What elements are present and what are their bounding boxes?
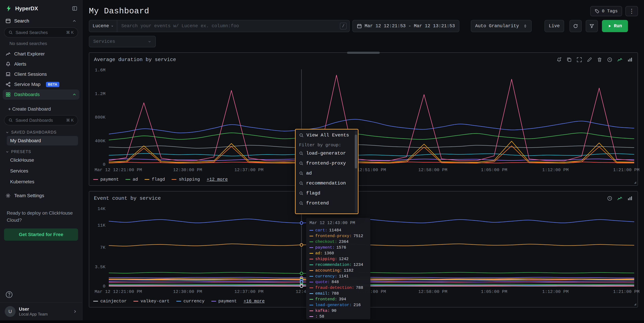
popup-group-item-frontend-proxy[interactable]: frontend-proxy [296, 158, 358, 168]
granularity-select[interactable]: Auto Granularity [471, 20, 532, 32]
tooltip-row-kafka: kafka:90 [310, 308, 367, 314]
sidebar-item-search[interactable]: Search [3, 16, 80, 26]
bottom-strip [0, 320, 644, 323]
popup-group-item-load-generator[interactable]: load-generator [296, 148, 358, 158]
legend-item-cainjector[interactable]: cainjector [93, 299, 127, 304]
edit-pencil-icon[interactable] [586, 57, 592, 63]
x-axis-label: 12:58:00 PM [418, 167, 447, 172]
legend-label: payment [218, 299, 237, 304]
sidebar-item-team-settings[interactable]: Team Settings [3, 191, 80, 201]
query-language-select[interactable]: Lucene [89, 20, 117, 32]
user-menu[interactable]: U User Local App Team [0, 302, 82, 320]
chevron-up-icon[interactable] [72, 19, 77, 23]
legend-item-currency[interactable]: currency [176, 299, 204, 304]
tags-button[interactable]: 0 Tags [590, 6, 622, 16]
legend-item-flagd[interactable]: flagd [144, 177, 165, 182]
popup-group-item-ad[interactable]: ad [296, 168, 358, 178]
tooltip-row-payment: payment:1576 [310, 245, 367, 250]
bar-chart-view-icon[interactable] [627, 57, 633, 63]
sidebar-item-service-map[interactable]: Service Map BETA [3, 79, 80, 90]
chevron-up-icon[interactable] [72, 92, 77, 97]
event-search-input[interactable]: Search your events w/ Lucene ex. column:… [117, 20, 350, 32]
help-button[interactable] [5, 290, 14, 299]
refresh-button[interactable] [570, 20, 582, 32]
preset-kubernetes[interactable]: Kubernetes [7, 177, 78, 187]
chevron-down-icon [6, 150, 9, 154]
refresh-icon [573, 24, 578, 29]
date-range-picker[interactable]: Mar 12 12:21:53 - Mar 12 13:21:53 [352, 20, 459, 32]
y-axis-label: 14K [98, 206, 106, 211]
run-button[interactable]: Run [602, 20, 628, 32]
avatar: U [5, 306, 16, 317]
tooltip-row-recommendation: recommendation:1234 [310, 262, 367, 268]
popup-group-item-recommendation[interactable]: recommendation [296, 178, 358, 188]
saved-searches-placeholder: Saved Searches [16, 30, 48, 35]
legend-item-payment[interactable]: payment [211, 299, 237, 304]
legend-swatch [172, 179, 176, 180]
sidebar-item-client-sessions[interactable]: Client Sessions [3, 69, 80, 79]
user-team: Local App Team [19, 312, 48, 316]
saved-dashboards-input[interactable]: Saved Dashboards ⌘ K [4, 115, 78, 125]
tooltip-series-name: fraud-detection: [315, 285, 354, 291]
legend-item-ad[interactable]: ad [126, 177, 138, 182]
popup-group-label: flagd [306, 191, 320, 196]
legend-label: shipping [179, 177, 200, 182]
delete-trash-icon[interactable] [597, 57, 602, 63]
filter-button[interactable] [586, 20, 598, 32]
history-clock-icon[interactable] [607, 195, 612, 201]
sidebar-collapse-icon[interactable] [72, 6, 77, 11]
chart-plot-area[interactable] [109, 69, 634, 166]
chart-plot-area[interactable] [109, 208, 634, 288]
preset-services[interactable]: Services [7, 166, 78, 176]
preset-clickhouse[interactable]: ClickHouse [7, 155, 78, 165]
services-filter-select[interactable]: Services [89, 36, 156, 47]
y-axis-label: 1.6M [95, 68, 106, 73]
legend-label: cainjector [100, 299, 127, 304]
legend-item-shipping[interactable]: shipping [172, 177, 200, 182]
view-all-events-item[interactable]: View All Events [296, 130, 358, 140]
alert-bell-plus-icon[interactable] [556, 57, 562, 63]
panel-resize-handle[interactable]: ◢ [634, 302, 636, 306]
more-options-button[interactable]: ⋮ [626, 6, 638, 16]
tooltip-series-value: 58 [319, 314, 324, 319]
pan el-drag-handle[interactable] [347, 52, 380, 54]
panel-toolbar [556, 57, 633, 63]
saved-dashboards-section-header[interactable]: SAVED DASHBOARDS [6, 130, 77, 135]
tooltip-series-name: currency: [315, 273, 337, 279]
chart-canvas[interactable] [109, 208, 634, 288]
tooltip-row: :58 [310, 314, 367, 319]
history-clock-icon[interactable] [607, 57, 612, 63]
sidebar-item-label: Service Map [14, 82, 40, 87]
popup-group-item-flagd[interactable]: flagd [296, 188, 358, 198]
legend-label: flagd [152, 177, 165, 182]
saved-dashboard-my-dashboard[interactable]: My Dashboard [7, 136, 78, 145]
popup-group-item-frontend[interactable]: frontend [296, 198, 358, 208]
live-button[interactable]: Live [544, 20, 564, 32]
popup-scrollbar[interactable] [355, 131, 357, 212]
legend-more-link[interactable]: +12 more [206, 177, 228, 182]
sidebar-item-alerts[interactable]: Alerts [3, 59, 80, 69]
duplicate-icon[interactable] [566, 57, 572, 63]
section-label: SAVED DASHBOARDS [11, 130, 56, 135]
page-header: My Dashboard 0 Tags ⋮ [83, 0, 644, 18]
expand-icon[interactable] [576, 57, 582, 63]
sidebar-item-chart-explorer[interactable]: Chart Explorer [3, 49, 80, 59]
legend-item-payment[interactable]: payment [93, 177, 119, 182]
legend-more-link[interactable]: +16 more [244, 299, 265, 304]
create-dashboard-button[interactable]: + Create Dashboard [3, 104, 80, 114]
series-line [109, 145, 634, 148]
legend-item-valkey-cart[interactable]: valkey-cart [134, 299, 170, 304]
panel-resize-handle[interactable]: ◢ [634, 180, 636, 185]
saved-searches-input[interactable]: Saved Searches ⌘ K [4, 27, 78, 38]
chart-canvas[interactable] [109, 69, 634, 166]
tooltip-swatch [310, 282, 313, 282]
sidebar-item-dashboards[interactable]: Dashboards [3, 90, 80, 100]
bar-chart-view-icon[interactable] [627, 195, 633, 201]
get-started-button[interactable]: Get Started for Free [4, 228, 78, 241]
popup-group-label: frontend-proxy [306, 161, 346, 166]
presets-section-header[interactable]: PRESETS [6, 150, 77, 154]
slash-shortcut-hint: / [340, 23, 347, 30]
run-button-label: Run [614, 24, 622, 29]
line-chart-view-icon[interactable] [617, 57, 623, 63]
line-chart-view-icon[interactable] [617, 195, 623, 201]
